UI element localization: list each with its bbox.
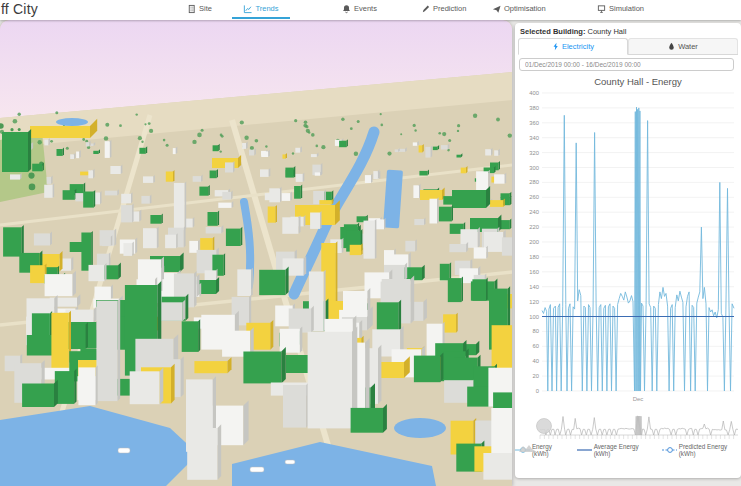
droplet-icon (668, 42, 675, 51)
navigator-handle[interactable] (537, 419, 552, 434)
nav-tab-trends[interactable]: Trends (232, 0, 290, 19)
nav-tab-label: Site (199, 4, 212, 13)
svg-text:40: 40 (533, 358, 539, 364)
svg-text:300: 300 (529, 165, 539, 171)
building-detail-panel: Selected Building: County Hall Electrici… (515, 23, 741, 478)
bell-icon (342, 4, 351, 14)
city-3d-view[interactable] (0, 20, 512, 486)
tab-label: Electricity (562, 42, 594, 51)
chart-navigator[interactable] (516, 411, 740, 443)
legend-predicted-energy[interactable]: Predicted Energy (kWh) (662, 443, 741, 457)
city-3d-svg[interactable] (0, 20, 512, 486)
pencil-icon (421, 4, 430, 14)
svg-text:160: 160 (529, 269, 539, 275)
svg-text:380: 380 (529, 105, 539, 111)
nav-tab-site[interactable]: Site (183, 0, 216, 17)
date-range-input[interactable] (519, 58, 734, 71)
svg-text:0: 0 (536, 388, 539, 394)
paper-plane-icon (492, 4, 501, 14)
legend-label: Average Energy (kWh) (594, 443, 653, 457)
svg-text:200: 200 (529, 239, 539, 245)
nav-tab-events[interactable]: Events (338, 0, 381, 17)
svg-text:County Hall - Energy: County Hall - Energy (594, 76, 682, 87)
legend-label: Predicted Energy (kWh) (679, 443, 741, 457)
svg-text:340: 340 (529, 135, 539, 141)
nav-tab-prediction[interactable]: Prediction (417, 0, 470, 17)
nav-tab-optimisation[interactable]: Optimisation (488, 0, 550, 17)
svg-text:240: 240 (529, 209, 539, 215)
legend-predicted-marker-icon (662, 446, 677, 454)
svg-text:Dec: Dec (633, 396, 644, 402)
nav-tab-label: Prediction (433, 4, 466, 13)
legend-average-energy[interactable]: Average Energy (kWh) (577, 443, 653, 457)
nav-tab-label: Trends (255, 4, 278, 13)
svg-text:20: 20 (533, 373, 539, 379)
svg-text:280: 280 (529, 179, 539, 185)
meter-tabbar: Electricity Water (518, 38, 738, 55)
svg-text:220: 220 (529, 224, 539, 230)
svg-text:120: 120 (529, 299, 539, 305)
legend-average-marker-icon (577, 446, 592, 454)
bolt-icon (552, 42, 559, 51)
nav-tab-label: Optimisation (504, 4, 546, 13)
energy-chart-svg[interactable]: County Hall - Energy02040608010012014016… (516, 73, 740, 411)
svg-text:180: 180 (529, 254, 539, 260)
svg-text:80: 80 (533, 328, 539, 334)
energy-chart[interactable]: County Hall - Energy02040608010012014016… (516, 73, 740, 411)
selected-building-row: Selected Building: County Hall (520, 27, 626, 36)
line-chart-icon (243, 4, 252, 14)
svg-text:400: 400 (529, 90, 539, 96)
top-navbar: ff City Site Trends Events Prediction Op… (0, 0, 741, 20)
nav-tab-label: Events (354, 4, 377, 13)
chart-library-logo (518, 441, 538, 454)
chart-navigator-svg[interactable] (516, 411, 740, 443)
selected-building-label: Selected Building: (520, 27, 585, 36)
svg-text:260: 260 (529, 194, 539, 200)
building-icon (187, 4, 196, 14)
tab-water[interactable]: Water (628, 38, 738, 54)
nav-tab-label: Simulation (609, 4, 644, 13)
svg-text:360: 360 (529, 120, 539, 126)
tab-electricity[interactable]: Electricity (518, 38, 628, 55)
monitor-icon (597, 4, 606, 14)
tab-label: Water (678, 42, 698, 51)
selected-building-name: County Hall (588, 27, 627, 36)
svg-text:100: 100 (529, 314, 539, 320)
svg-text:320: 320 (529, 150, 539, 156)
nav-tab-simulation[interactable]: Simulation (593, 0, 648, 17)
svg-text:60: 60 (533, 343, 539, 349)
svg-text:140: 140 (529, 284, 539, 290)
chart-legend: Energy (kWh) Average Energy (kWh) Predic… (515, 443, 741, 457)
app-title: ff City (1, 1, 38, 17)
